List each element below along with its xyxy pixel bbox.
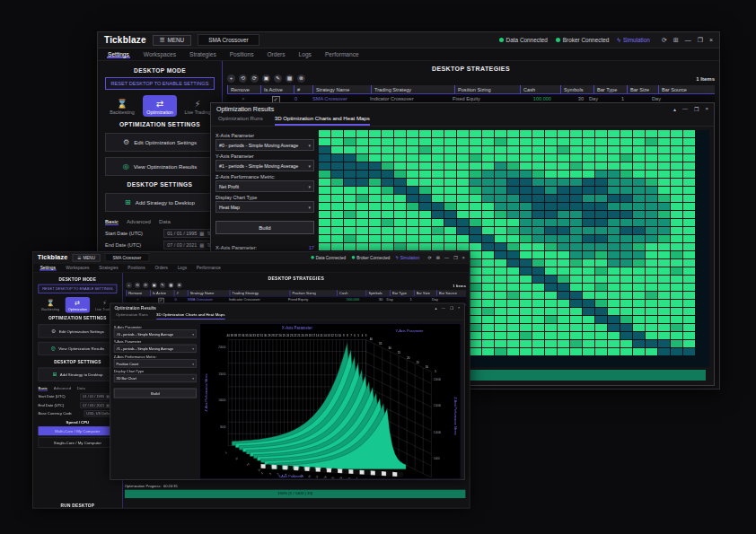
heatmap-cell[interactable]: [595, 348, 608, 356]
heatmap-cell[interactable]: [558, 179, 570, 187]
heatmap-cell[interactable]: [570, 227, 583, 235]
heatmap-cell[interactable]: [495, 284, 507, 292]
heatmap-cell[interactable]: [319, 219, 331, 227]
heatmap-cell[interactable]: [620, 130, 633, 138]
heatmap-cell[interactable]: [545, 300, 558, 308]
heatmap-cell[interactable]: [683, 219, 696, 227]
heatmap-cell[interactable]: [558, 171, 570, 179]
heatmap-cell[interactable]: [520, 324, 532, 332]
heatmap-cell[interactable]: [558, 162, 570, 171]
heatmap-cell[interactable]: [470, 227, 482, 235]
heatmap-cell[interactable]: [583, 227, 595, 235]
settings-tab-advanced[interactable]: Advanced: [127, 218, 151, 225]
heatmap-cell[interactable]: [432, 243, 444, 251]
pin-icon[interactable]: ▴: [435, 305, 437, 310]
heatmap-cell[interactable]: [646, 203, 658, 211]
heatmap-cell[interactable]: [444, 162, 457, 171]
heatmap-cell[interactable]: [507, 227, 520, 235]
heatmap-cell[interactable]: [545, 219, 558, 227]
heatmap-cell[interactable]: [520, 211, 532, 219]
heatmap-cell[interactable]: [595, 162, 608, 171]
heatmap-cell[interactable]: [457, 138, 470, 146]
heatmap-cell[interactable]: [369, 179, 382, 187]
heatmap-cell[interactable]: [495, 251, 507, 259]
heatmap-cell[interactable]: [570, 219, 583, 227]
heatmap-cell[interactable]: [344, 203, 356, 211]
heatmap-cell[interactable]: [495, 171, 507, 179]
heatmap-cell[interactable]: [444, 171, 457, 179]
heatmap-cell[interactable]: [583, 138, 595, 146]
heatmap-cell[interactable]: [495, 292, 507, 300]
heatmap-cell[interactable]: [432, 211, 444, 219]
heatmap-cell[interactable]: [457, 179, 470, 187]
heatmap-cell[interactable]: [470, 195, 482, 203]
minimize-button[interactable]: —: [444, 255, 449, 260]
heatmap-cell[interactable]: [683, 179, 696, 187]
heatmap-cell[interactable]: [620, 308, 633, 316]
heatmap-cell[interactable]: [570, 324, 583, 332]
heatmap-cell[interactable]: [407, 235, 419, 243]
heatmap-cell[interactable]: [658, 195, 671, 203]
heatmap-cell[interactable]: [470, 324, 482, 332]
heatmap-cell[interactable]: [583, 187, 595, 195]
optimization-results-panel[interactable]: Optimization Results▴—❐×Optimization Run…: [110, 303, 464, 480]
heatmap-cell[interactable]: [558, 276, 570, 284]
heatmap-cell[interactable]: [633, 276, 646, 284]
heatmap-cell[interactable]: [470, 235, 482, 243]
heatmap-cell[interactable]: [520, 227, 532, 235]
heatmap-cell[interactable]: [583, 171, 595, 179]
heatmap-cell[interactable]: [671, 300, 683, 308]
heatmap-cell[interactable]: [595, 235, 608, 243]
heatmap-cell[interactable]: [646, 340, 658, 348]
heatmap-cell[interactable]: [595, 227, 608, 235]
heatmap-cell[interactable]: [620, 195, 633, 203]
heatmap-cell[interactable]: [419, 243, 432, 251]
heatmap-cell[interactable]: [331, 171, 344, 179]
heatmap-cell[interactable]: [620, 292, 633, 300]
heatmap-cell[interactable]: [545, 146, 558, 154]
heatmap-cell[interactable]: [633, 259, 646, 267]
heatmap-cell[interactable]: [608, 235, 620, 243]
document-tab-sma-crossover[interactable]: SMA Crossover: [198, 34, 259, 46]
heatmap-cell[interactable]: [595, 332, 608, 340]
heatmap-cell[interactable]: [444, 211, 457, 219]
heatmap-cell[interactable]: [608, 259, 620, 267]
heatmap-cell[interactable]: [570, 130, 583, 138]
heatmap-cell[interactable]: [558, 324, 570, 332]
heatmap-cell[interactable]: [532, 179, 545, 187]
heatmap-cell[interactable]: [470, 332, 482, 340]
start-date-input[interactable]: 01 / 01 / 1995▦⇅: [163, 229, 215, 238]
heatmap-cell[interactable]: [608, 138, 620, 146]
heatmap-cell[interactable]: [583, 308, 595, 316]
heatmap-cell[interactable]: [520, 179, 532, 187]
heatmap-cell[interactable]: [558, 243, 570, 251]
heatmap-cell[interactable]: [595, 316, 608, 324]
heatmap-cell[interactable]: [331, 235, 344, 243]
heatmap-cell[interactable]: [646, 308, 658, 316]
heatmap-cell[interactable]: [470, 146, 482, 154]
heatmap-cell[interactable]: [507, 211, 520, 219]
heatmap-cell[interactable]: [495, 146, 507, 154]
heatmap-cell[interactable]: [457, 203, 470, 211]
heatmap-cell[interactable]: [495, 324, 507, 332]
heatmap-cell[interactable]: [532, 187, 545, 195]
heatmap-cell[interactable]: [495, 276, 507, 284]
heatmap-cell[interactable]: [482, 130, 495, 138]
heatmap-cell[interactable]: [646, 235, 658, 243]
heatmap-cell[interactable]: [671, 284, 683, 292]
heatmap-cell[interactable]: [583, 316, 595, 324]
heatmap-cell[interactable]: [432, 171, 444, 179]
heatmap-cell[interactable]: [507, 203, 520, 211]
heatmap-cell[interactable]: [595, 187, 608, 195]
heatmap-cell[interactable]: [331, 195, 344, 203]
heatmap-cell[interactable]: [532, 195, 545, 203]
heatmap-cell[interactable]: [608, 324, 620, 332]
heatmap-cell[interactable]: [646, 227, 658, 235]
heatmap-cell[interactable]: [595, 276, 608, 284]
heatmap-cell[interactable]: [658, 227, 671, 235]
heatmap-cell[interactable]: [369, 235, 382, 243]
nav-tab-workspaces[interactable]: Workspaces: [66, 266, 89, 270]
heatmap-cell[interactable]: [558, 332, 570, 340]
heatmap-cell[interactable]: [570, 300, 583, 308]
heatmap-cell[interactable]: [470, 340, 482, 348]
